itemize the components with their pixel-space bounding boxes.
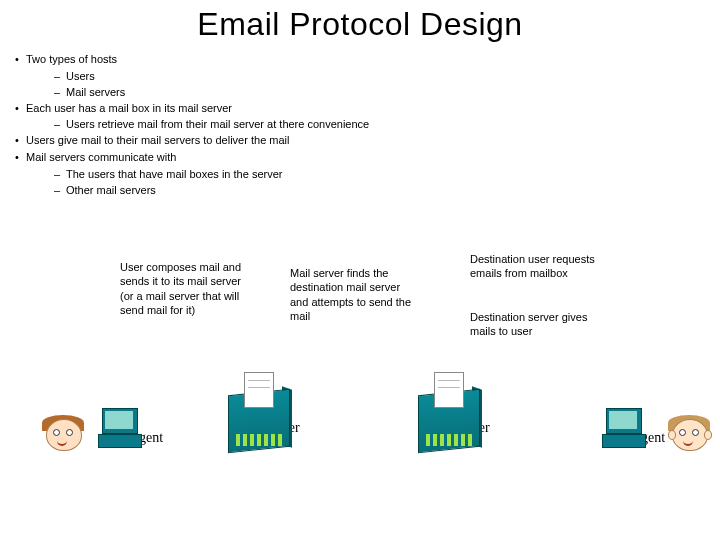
computer-icon bbox=[94, 408, 144, 450]
bullet-l1: •Each user has a mail box in its mail se… bbox=[8, 101, 708, 116]
person-icon bbox=[666, 415, 712, 465]
server-icon bbox=[412, 372, 484, 462]
bullet-l1: •Two types of hosts bbox=[8, 52, 708, 67]
bullet-l2: –Other mail servers bbox=[48, 183, 708, 198]
bullet-l1: •Users give mail to their mail servers t… bbox=[8, 133, 708, 148]
caption-user-requests: Destination user requests emails from ma… bbox=[470, 252, 605, 281]
bullet-l2: –The users that have mail boxes in the s… bbox=[48, 167, 708, 182]
caption-user-sends: User composes mail and sends it to its m… bbox=[120, 260, 250, 317]
slide-title: Email Protocol Design bbox=[0, 6, 720, 43]
server-icon bbox=[222, 372, 294, 462]
slide: Email Protocol Design •Two types of host… bbox=[0, 0, 720, 540]
bullet-l2: –Users bbox=[48, 69, 708, 84]
bullet-l2: –Mail servers bbox=[48, 85, 708, 100]
caption-server-forwards: Mail server finds the destination mail s… bbox=[290, 266, 420, 323]
bullet-l2: –Users retrieve mail from their mail ser… bbox=[48, 117, 708, 132]
person-icon bbox=[40, 415, 86, 465]
computer-icon bbox=[598, 408, 648, 450]
bullet-list: •Two types of hosts –Users –Mail servers… bbox=[8, 52, 708, 199]
bullet-l1: •Mail servers communicate with bbox=[8, 150, 708, 165]
caption-server-delivers: Destination server gives mails to user bbox=[470, 310, 605, 339]
